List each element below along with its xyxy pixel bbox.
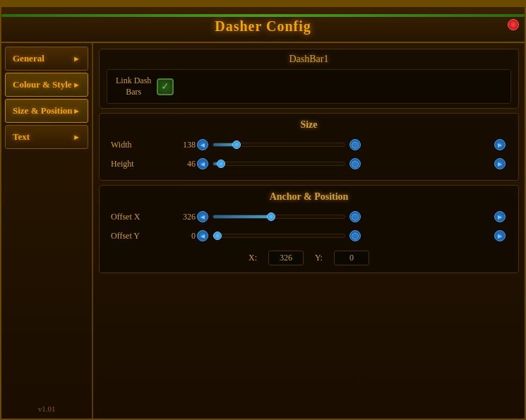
dashbar-section: DashBar1 Link DashBars ✓ <box>99 49 519 109</box>
link-dash-checkbox[interactable]: ✓ <box>157 78 174 95</box>
main-window: Dasher Config General ► Colour & Style ►… <box>0 0 526 420</box>
close-button[interactable] <box>508 19 519 30</box>
y-display-value: 0 <box>334 251 369 265</box>
offset-x-slider-track[interactable] <box>213 215 345 219</box>
width-increase-button[interactable]: ▶ <box>494 139 506 150</box>
main-panel: DashBar1 Link DashBars ✓ Size Width 138 … <box>93 43 525 419</box>
height-decrease-button[interactable]: ◀ <box>197 158 208 169</box>
width-slider-thumb[interactable] <box>232 140 241 149</box>
offset-y-value: 0 <box>167 231 196 241</box>
sidebar: General ► Colour & Style ► Size & Positi… <box>1 43 93 419</box>
width-decrease-button[interactable]: ◀ <box>197 139 208 150</box>
sidebar-item-colour-style-label: Colour & Style <box>13 79 72 90</box>
height-row: Height 46 ◀ ◯ ▶ <box>107 155 511 172</box>
offset-y-row: Offset Y 0 ◀ ◯ ▶ <box>107 227 511 244</box>
width-slider-track[interactable] <box>213 143 345 147</box>
chevron-right-icon-size: ► <box>73 107 80 115</box>
height-increase-button[interactable]: ▶ <box>494 158 506 169</box>
xy-display-row: X: 326 Y: 0 <box>107 246 511 267</box>
height-slider-thumb[interactable] <box>217 160 225 168</box>
width-label: Width <box>111 140 167 150</box>
offset-x-increase-button[interactable]: ▶ <box>494 211 506 222</box>
link-dash-row: Link DashBars ✓ <box>107 69 511 104</box>
window-title: Dasher Config <box>215 18 311 34</box>
offset-y-slider-track[interactable] <box>213 234 345 238</box>
link-dash-label: Link DashBars <box>116 76 151 97</box>
offset-x-value: 326 <box>167 212 196 222</box>
chevron-right-icon-general: ► <box>73 54 80 63</box>
offset-x-label: Offset X <box>111 212 167 222</box>
sidebar-item-size-position-label: Size & Position <box>13 105 73 116</box>
x-display-value: 326 <box>268 251 304 265</box>
offset-y-increase-button[interactable]: ▶ <box>494 230 506 241</box>
center-icon-width[interactable]: ◯ <box>349 139 361 150</box>
chevron-right-icon-text: ► <box>73 133 80 141</box>
size-section: Size Width 138 ◀ ◯ ▶ Height <box>99 113 519 181</box>
anchor-section-title: Anchor & Position <box>107 191 511 203</box>
chevron-right-icon-colour: ► <box>73 80 80 89</box>
sidebar-item-general-label: General <box>13 53 44 64</box>
title-bar: Dasher Config <box>1 7 525 43</box>
center-icon-y[interactable]: ◯ <box>349 230 361 241</box>
offset-x-row: Offset X 326 ◀ ◯ ▶ <box>107 208 511 225</box>
offset-x-slider-thumb[interactable] <box>267 212 275 221</box>
sidebar-item-text[interactable]: Text ► <box>5 125 88 149</box>
dashbar-title: DashBar1 <box>107 54 511 65</box>
offset-y-slider-thumb[interactable] <box>213 232 222 240</box>
x-label: X: <box>249 253 257 263</box>
height-value: 46 <box>167 159 196 169</box>
y-label: Y: <box>315 253 323 263</box>
sidebar-item-general[interactable]: General ► <box>5 47 88 71</box>
offset-y-label: Offset Y <box>111 231 167 241</box>
offset-x-slider-fill <box>213 215 271 218</box>
sidebar-item-text-label: Text <box>13 131 30 143</box>
width-value: 138 <box>167 140 196 150</box>
center-icon-x[interactable]: ◯ <box>349 211 361 222</box>
height-label: Height <box>111 159 167 169</box>
sidebar-item-colour-style[interactable]: Colour & Style ► <box>5 73 88 97</box>
width-row: Width 138 ◀ ◯ ▶ <box>107 136 511 153</box>
offset-x-decrease-button[interactable]: ◀ <box>197 211 208 222</box>
version-label: v1.01 <box>1 404 92 413</box>
offset-y-decrease-button[interactable]: ◀ <box>197 230 208 241</box>
sidebar-item-size-position[interactable]: Size & Position ► <box>5 99 88 123</box>
content-area: General ► Colour & Style ► Size & Positi… <box>1 43 525 419</box>
height-slider-track[interactable] <box>213 162 345 166</box>
title-decoration <box>1 14 525 17</box>
center-icon-height[interactable]: ◯ <box>349 158 361 169</box>
anchor-position-section: Anchor & Position Offset X 326 ◀ ◯ ▶ <box>99 185 519 273</box>
size-section-title: Size <box>107 119 511 131</box>
